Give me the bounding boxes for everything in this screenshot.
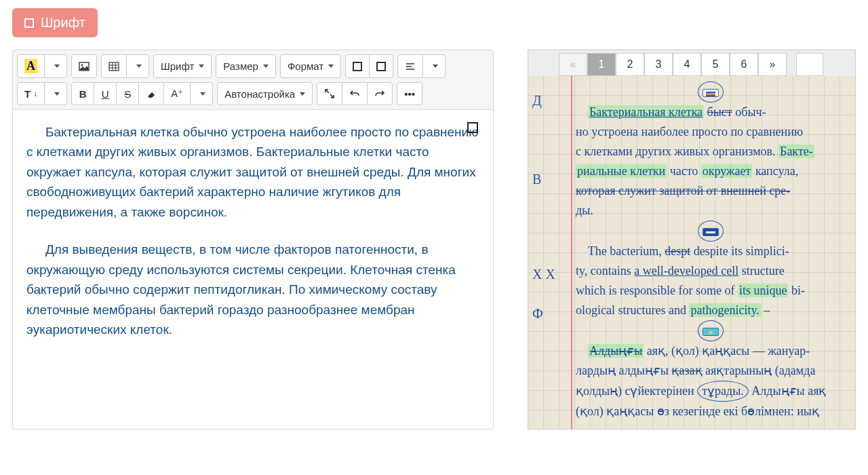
image-button[interactable]	[71, 54, 97, 78]
pager-next[interactable]: »	[758, 53, 787, 76]
hw-en-line-2: ty, contains a well-developed cell struc…	[576, 261, 846, 281]
pager-page-6[interactable]: 6	[730, 53, 758, 76]
margin-mark-4: Ф	[532, 304, 543, 324]
expand-icon	[324, 88, 335, 99]
undo-button[interactable]	[342, 82, 368, 105]
hw-ru-line-5: которая служит защитой от внешней сре-	[576, 181, 846, 201]
redo-icon	[374, 88, 385, 99]
svg-rect-2	[109, 62, 119, 71]
hw-ru-line-4: риальные клетки часто окружает капсула,	[576, 162, 846, 181]
pager: « 1 2 3 4 5 6 »	[559, 53, 787, 76]
hw-en-line-1: The bacterium, despt despite its simplic…	[576, 242, 846, 261]
editor-content[interactable]: Бактериальная клетка обычно устроена наи…	[13, 110, 493, 402]
pager-page-5[interactable]: 5	[701, 53, 730, 76]
pager-page-1[interactable]: 1	[587, 53, 616, 76]
flag-uk-icon	[703, 228, 719, 236]
more-button[interactable]: •••	[397, 82, 422, 105]
caret-down-icon	[263, 64, 269, 68]
caret-down-icon	[200, 92, 205, 96]
pager-page-3[interactable]: 3	[644, 53, 673, 76]
hw-kz-line-3: қолдың) сүйектерінен тұрады. Алдыңғы аяқ	[576, 381, 846, 402]
undo-icon	[349, 88, 360, 99]
align-dropdown[interactable]	[422, 54, 446, 78]
hw-kz-line-4: (қол) қаңқасы өз кезегінде екі бөлімнен:…	[576, 402, 846, 421]
text-direction-button[interactable]: T↓	[17, 82, 45, 105]
margin-mark-2: В	[532, 170, 541, 189]
underline-button[interactable]: U	[94, 82, 117, 105]
eraser-icon	[146, 88, 157, 99]
text-color-dropdown[interactable]	[44, 54, 67, 78]
svg-point-1	[81, 64, 83, 66]
margin-mark-3: Х Х	[532, 265, 555, 284]
text-direction-dropdown[interactable]	[44, 82, 67, 105]
caret-down-icon	[54, 92, 60, 96]
maximize-button-2[interactable]	[369, 54, 393, 78]
handwritten-page[interactable]: Д В Х Х Ф Бактериальная клетка быст обыч…	[528, 76, 855, 429]
hw-ru-line-6: ды.	[576, 201, 846, 221]
table-dropdown[interactable]	[126, 54, 149, 78]
caret-down-icon	[136, 64, 142, 68]
font-increase-button[interactable]: A⁺	[163, 82, 191, 105]
table-icon	[108, 61, 119, 72]
hw-kz-line-1: Алдыңғы аяқ, (қол) қаңқасы — жануар-	[576, 341, 846, 361]
hw-ru-line-3: с клетками других живых организмов. Бакт…	[576, 142, 846, 162]
square-icon	[376, 62, 386, 71]
square-marker-icon	[467, 122, 478, 133]
bold-button[interactable]: B	[71, 82, 94, 105]
font-button[interactable]: Шрифт	[12, 8, 98, 37]
flag-ru-icon	[703, 89, 719, 97]
page-margin-line	[571, 76, 572, 429]
font-family-dropdown[interactable]: Шрифт	[153, 54, 212, 78]
pager-page-4[interactable]: 4	[673, 53, 701, 76]
pager-page-2[interactable]: 2	[616, 53, 644, 76]
align-button[interactable]	[397, 54, 423, 78]
align-left-icon	[405, 61, 416, 72]
font-size-dropdown[interactable]: Размер	[216, 54, 276, 78]
editor-paragraph-1: Бактериальная клетка обычно устроена наи…	[26, 122, 479, 222]
font-button-label: Шрифт	[41, 15, 85, 31]
editor-paragraph-2: Для выведения веществ, в том числе факто…	[26, 240, 479, 339]
hw-ru-line-1: Бактериальная клетка быст обыч-	[576, 102, 846, 122]
square-icon	[353, 62, 362, 71]
autoadjust-dropdown[interactable]: Автонастройка	[217, 82, 313, 105]
redo-button[interactable]	[367, 82, 393, 105]
caret-down-icon	[300, 92, 305, 96]
maximize-button[interactable]	[345, 54, 370, 78]
a-highlight-icon: A	[24, 59, 37, 73]
square-icon	[24, 18, 34, 28]
flag-kz-icon	[703, 328, 719, 336]
caret-down-icon	[433, 64, 438, 68]
text-color-button[interactable]: A	[17, 54, 45, 78]
main-row: A Шрифт Размер Формат	[0, 37, 868, 442]
hw-ru-line-2: но устроена наиболее просто по сравнению	[576, 122, 846, 142]
document-pane: « 1 2 3 4 5 6 » Д В Х Х Ф Бактериальная …	[528, 50, 856, 430]
format-dropdown[interactable]: Формат	[280, 54, 341, 78]
editor-pane: A Шрифт Размер Формат	[12, 50, 494, 430]
editor-toolbar: A Шрифт Размер Формат	[13, 50, 493, 110]
fullscreen-button[interactable]	[317, 82, 342, 105]
caret-down-icon	[199, 64, 204, 68]
hw-en-line-4: ological structures and pathogenicity. –	[576, 301, 846, 320]
font-increase-dropdown[interactable]	[190, 82, 213, 105]
caret-down-icon	[328, 64, 334, 68]
caret-down-icon	[54, 64, 60, 68]
pager-bar: « 1 2 3 4 5 6 »	[528, 50, 855, 76]
pager-prev[interactable]: «	[559, 53, 587, 76]
strikethrough-button[interactable]: S	[116, 82, 139, 105]
table-button[interactable]	[101, 54, 127, 78]
eraser-button[interactable]	[138, 82, 164, 105]
hw-en-line-3: which is responsible for some of its uni…	[576, 281, 846, 301]
margin-mark-1: Д	[532, 91, 542, 111]
image-icon	[79, 61, 90, 72]
pager-extra-box[interactable]	[796, 53, 823, 76]
hw-kz-line-2: лардың алдыңғы қазақ аяқтарының (адамда	[576, 361, 846, 381]
